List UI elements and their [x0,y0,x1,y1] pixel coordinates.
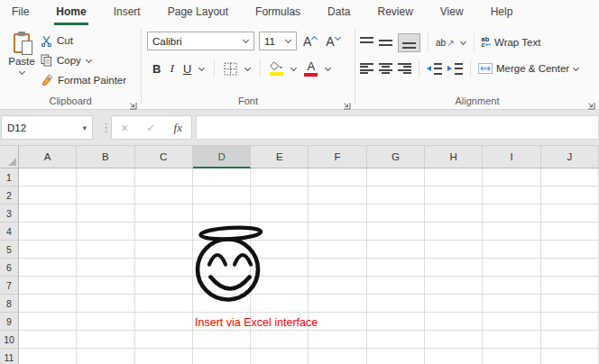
cell-I1[interactable] [483,168,540,187]
row-header-6[interactable]: 6 [0,259,19,277]
cell-G8[interactable] [367,295,425,313]
row-header-7[interactable]: 7 [0,277,19,295]
cell-I11[interactable] [483,349,540,364]
decrease-indent-button[interactable] [427,63,442,75]
underline-dropdown-chevron[interactable] [198,66,205,72]
formula-input[interactable] [196,115,599,140]
top-align-button[interactable] [360,37,373,49]
enter-button[interactable]: ✓ [146,122,155,134]
cell-H4[interactable] [425,223,483,241]
cell-B10[interactable] [77,331,134,349]
cell-D11[interactable] [193,349,251,364]
cell-H9[interactable] [425,313,483,331]
tab-data[interactable]: Data [326,1,352,25]
column-header-C[interactable]: C [135,146,193,168]
row-header-3[interactable]: 3 [0,205,19,223]
cell-D3[interactable] [193,205,251,223]
cell-H3[interactable] [425,205,483,223]
cell-B2[interactable] [77,187,134,205]
cell-G10[interactable] [367,331,425,349]
name-box-dropdown-icon[interactable]: ▾ [82,123,87,132]
borders-dropdown-chevron[interactable] [244,66,251,72]
cell-F6[interactable] [309,259,366,277]
column-header-G[interactable]: G [367,146,425,168]
row-header-5[interactable]: 5 [0,241,19,259]
cell-C7[interactable] [135,277,193,295]
format-painter-button[interactable]: Format Painter [41,70,126,90]
cut-button[interactable]: Cut [41,31,126,50]
cell-J8[interactable] [541,295,599,313]
cell-H8[interactable] [425,295,483,313]
cell-J6[interactable] [541,259,599,277]
font-color-chevron[interactable] [325,66,331,72]
cell-A8[interactable] [19,295,77,313]
cell-A10[interactable] [19,331,77,349]
cell-E10[interactable] [251,331,309,349]
cell-A5[interactable] [19,241,77,259]
cell-J11[interactable] [541,349,599,364]
copy-button[interactable]: Copy [41,50,126,70]
cell-G2[interactable] [367,187,425,205]
alignment-dialog-launcher[interactable] [586,97,595,106]
cell-D2[interactable] [193,187,251,205]
cell-B6[interactable] [77,259,134,277]
row-header-1[interactable]: 1 [0,168,19,187]
cell-B8[interactable] [77,295,134,313]
cell-J3[interactable] [541,205,599,223]
underline-button[interactable]: U [183,62,191,76]
grow-font-button[interactable]: A [301,35,319,48]
insert-function-button[interactable]: fx [174,121,182,135]
cell-J5[interactable] [541,241,599,259]
cell-H5[interactable] [425,241,483,259]
cell-C11[interactable] [135,349,193,364]
cell-I8[interactable] [483,295,540,313]
cell-D1[interactable] [193,168,251,187]
cell-B9[interactable] [77,313,134,331]
tab-view[interactable]: View [438,1,465,25]
cell-I3[interactable] [483,205,540,223]
name-box[interactable]: D12 ▾ [1,115,93,140]
cell-B1[interactable] [77,168,134,187]
cell-C1[interactable] [135,168,193,187]
cell-I6[interactable] [483,259,540,277]
row-header-4[interactable]: 4 [0,223,19,241]
borders-button[interactable] [224,62,237,76]
cell-H10[interactable] [425,331,483,349]
cell-J1[interactable] [541,168,599,187]
cell-F2[interactable] [309,187,366,205]
cell-A7[interactable] [19,277,77,295]
row-header-11[interactable]: 11 [0,349,19,364]
select-all-corner[interactable] [0,146,19,168]
align-right-button[interactable] [398,63,411,75]
cell-C9[interactable] [135,313,193,331]
tab-insert[interactable]: Insert [112,1,143,25]
cell-E2[interactable] [251,187,309,205]
copy-dropdown-chevron[interactable] [86,58,92,64]
tab-file[interactable]: File [10,1,31,25]
cell-A1[interactable] [19,168,77,187]
font-color-button[interactable]: A [304,61,318,77]
wrap-text-button[interactable]: ab c↩ Wrap Text [482,37,541,49]
cell-G1[interactable] [367,168,425,187]
column-header-H[interactable]: H [425,146,483,168]
cell-F5[interactable] [309,241,366,259]
cell-B11[interactable] [77,349,134,364]
fill-color-chevron[interactable] [290,66,297,72]
smiley-with-halo-drawing[interactable] [191,223,271,308]
cell-C5[interactable] [135,241,193,259]
cell-I2[interactable] [483,187,540,205]
cell-C3[interactable] [135,205,193,223]
orientation-button[interactable]: ab ↗ [436,38,455,48]
font-dialog-launcher[interactable] [342,97,351,106]
fill-color-button[interactable] [270,61,283,76]
cell-G7[interactable] [367,277,425,295]
bold-button[interactable]: B [152,62,161,76]
cell-H7[interactable] [425,277,483,295]
cancel-button[interactable]: × [121,121,128,135]
cell-J2[interactable] [541,187,599,205]
cell-I7[interactable] [483,277,540,295]
clipboard-dialog-launcher[interactable] [128,97,137,106]
cell-F10[interactable] [309,331,366,349]
cell-I5[interactable] [483,241,540,259]
cell-E11[interactable] [251,349,309,364]
